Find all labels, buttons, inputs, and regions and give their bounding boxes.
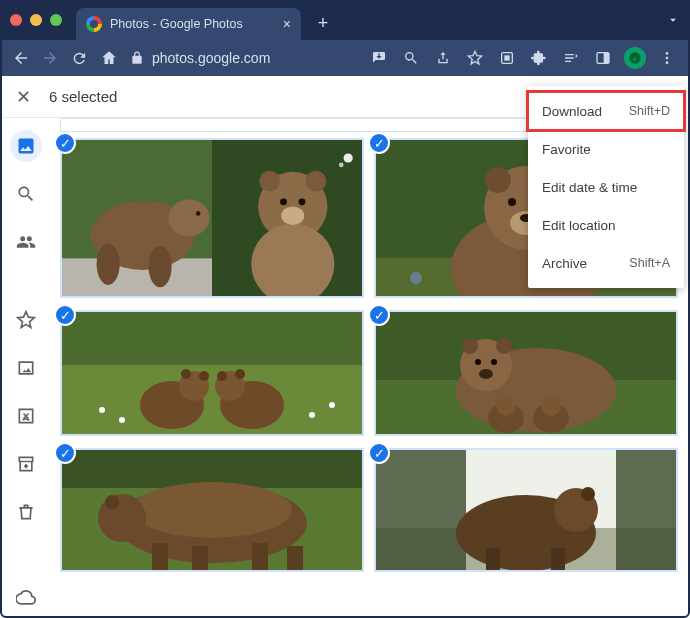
svg-point-63 bbox=[541, 396, 561, 416]
photo-thumbnail[interactable]: ✓ bbox=[60, 310, 364, 436]
photo-thumbnail[interactable]: ✓ bbox=[374, 448, 678, 572]
back-button[interactable] bbox=[8, 43, 34, 73]
forward-button[interactable] bbox=[38, 43, 64, 73]
chrome-menu-icon[interactable] bbox=[652, 43, 682, 73]
svg-point-42 bbox=[199, 371, 209, 381]
url-text: photos.google.com bbox=[152, 50, 270, 66]
selection-check-icon[interactable]: ✓ bbox=[54, 442, 76, 464]
selection-check-icon[interactable]: ✓ bbox=[368, 442, 390, 464]
lock-icon bbox=[130, 51, 144, 65]
svg-point-33 bbox=[508, 198, 516, 206]
sidebar-item-utilities[interactable] bbox=[10, 400, 42, 432]
grid-row: ✓ bbox=[52, 310, 686, 448]
svg-point-46 bbox=[235, 369, 245, 379]
svg-point-11 bbox=[168, 200, 210, 237]
extensions-icon[interactable] bbox=[524, 43, 554, 73]
context-menu: Download Shift+D Favorite Edit date & ti… bbox=[528, 86, 684, 288]
sidebar-item-search[interactable] bbox=[10, 178, 42, 210]
selection-check-icon[interactable]: ✓ bbox=[54, 132, 76, 154]
browser-tab[interactable]: Photos - Google Photos × bbox=[76, 8, 301, 40]
new-tab-button[interactable]: + bbox=[309, 9, 337, 37]
close-tab-icon[interactable]: × bbox=[283, 17, 291, 31]
svg-point-35 bbox=[410, 272, 422, 284]
profile-avatar[interactable] bbox=[620, 43, 650, 73]
svg-point-49 bbox=[309, 412, 315, 418]
svg-point-59 bbox=[479, 369, 493, 379]
tab-overflow-button[interactable] bbox=[666, 13, 680, 31]
close-window-button[interactable] bbox=[10, 14, 22, 26]
install-app-icon[interactable] bbox=[364, 43, 394, 73]
svg-rect-3 bbox=[604, 53, 609, 64]
svg-point-29 bbox=[485, 167, 511, 193]
sidebar-item-favorites[interactable] bbox=[10, 304, 42, 336]
svg-point-21 bbox=[280, 198, 287, 205]
svg-point-22 bbox=[299, 198, 306, 205]
svg-point-41 bbox=[181, 369, 191, 379]
menu-item-shortcut: Shift+D bbox=[629, 104, 670, 118]
grid-row: ✓ ✓ bbox=[52, 448, 686, 584]
sidebar-item-photos[interactable] bbox=[10, 130, 42, 162]
svg-rect-73 bbox=[287, 546, 303, 570]
svg-rect-82 bbox=[551, 548, 565, 570]
svg-point-58 bbox=[491, 359, 497, 365]
menu-item-favorite[interactable]: Favorite bbox=[528, 130, 684, 168]
menu-item-label: Favorite bbox=[542, 142, 591, 157]
selection-check-icon[interactable]: ✓ bbox=[368, 132, 390, 154]
svg-point-17 bbox=[259, 171, 280, 192]
svg-point-23 bbox=[344, 153, 353, 162]
selection-check-icon[interactable]: ✓ bbox=[368, 304, 390, 326]
address-bar[interactable]: photos.google.com bbox=[130, 44, 360, 72]
photo-thumbnail[interactable]: ✓ bbox=[60, 138, 364, 298]
menu-item-download[interactable]: Download Shift+D bbox=[528, 92, 684, 130]
photo-thumbnail[interactable]: ✓ bbox=[60, 448, 364, 572]
sidebar-item-archive[interactable] bbox=[10, 448, 42, 480]
share-icon[interactable] bbox=[428, 43, 458, 73]
maximize-window-button[interactable] bbox=[50, 14, 62, 26]
menu-item-edit-location[interactable]: Edit location bbox=[528, 206, 684, 244]
svg-point-24 bbox=[339, 163, 344, 168]
svg-rect-76 bbox=[376, 450, 466, 570]
sidebar-item-storage[interactable] bbox=[10, 582, 42, 614]
svg-point-5 bbox=[666, 57, 669, 60]
svg-point-67 bbox=[132, 482, 292, 538]
svg-point-18 bbox=[305, 171, 326, 192]
sidebar-item-albums[interactable] bbox=[10, 352, 42, 384]
side-panel-icon[interactable] bbox=[588, 43, 618, 73]
svg-rect-71 bbox=[192, 546, 208, 570]
svg-point-80 bbox=[581, 487, 595, 501]
menu-item-label: Archive bbox=[542, 256, 587, 271]
photo-thumbnail[interactable]: ✓ bbox=[374, 310, 678, 436]
svg-point-14 bbox=[149, 246, 172, 288]
svg-point-57 bbox=[475, 359, 481, 365]
svg-point-69 bbox=[105, 495, 119, 509]
reload-button[interactable] bbox=[67, 43, 93, 73]
home-button[interactable] bbox=[97, 43, 123, 73]
clear-selection-button[interactable]: ✕ bbox=[16, 86, 31, 108]
minimize-window-button[interactable] bbox=[30, 14, 42, 26]
selection-check-icon[interactable]: ✓ bbox=[54, 304, 76, 326]
svg-rect-81 bbox=[486, 548, 500, 570]
svg-point-6 bbox=[666, 61, 669, 64]
svg-rect-1 bbox=[504, 55, 509, 60]
svg-rect-38 bbox=[62, 312, 362, 365]
sidebar-item-trash[interactable] bbox=[10, 496, 42, 528]
reading-list-icon[interactable] bbox=[556, 43, 586, 73]
zoom-icon[interactable] bbox=[396, 43, 426, 73]
svg-point-12 bbox=[196, 211, 201, 216]
menu-item-edit-date[interactable]: Edit date & time bbox=[528, 168, 684, 206]
bookmark-star-icon[interactable] bbox=[460, 43, 490, 73]
menu-item-archive[interactable]: Archive Shift+A bbox=[528, 244, 684, 282]
svg-point-47 bbox=[99, 407, 105, 413]
svg-rect-77 bbox=[616, 450, 676, 570]
menu-item-label: Edit date & time bbox=[542, 180, 637, 195]
favicon-google-photos-icon bbox=[86, 16, 102, 32]
menu-item-label: Edit location bbox=[542, 218, 616, 233]
sidebar-item-sharing[interactable] bbox=[10, 226, 42, 258]
extension-1-icon[interactable] bbox=[492, 43, 522, 73]
browser-toolbar: photos.google.com bbox=[0, 40, 690, 76]
svg-rect-70 bbox=[152, 543, 168, 570]
svg-point-20 bbox=[281, 206, 304, 224]
menu-item-label: Download bbox=[542, 104, 602, 119]
sidebar-nav bbox=[0, 118, 52, 614]
selection-count: 6 selected bbox=[49, 88, 117, 105]
